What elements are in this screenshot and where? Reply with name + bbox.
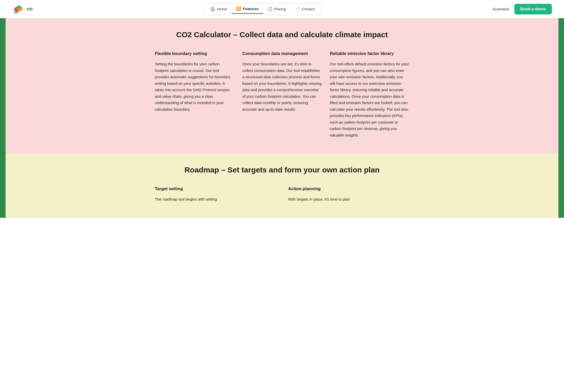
- features-icon: 🔀: [236, 6, 241, 11]
- nav-links: 🏠 Home 🔀 Features 📋 Pricing 📄 Contact: [203, 3, 322, 15]
- nav-home[interactable]: 🏠 Home: [206, 5, 232, 13]
- roadmap-columns: Target setting The roadmap tool begins w…: [143, 186, 421, 203]
- nav-features-label: Features: [243, 7, 259, 11]
- svg-text:CO: CO: [14, 11, 17, 14]
- calculator-title: CO2 Calculator – Collect data and calcul…: [0, 30, 564, 39]
- book-demo-button[interactable]: Book a demo: [514, 4, 552, 14]
- pricing-icon: 📋: [268, 7, 273, 11]
- consumption-body: Once your boundaries are set, it's time …: [242, 61, 322, 112]
- roadmap-title: Roadmap – Set targets and form your own …: [0, 166, 564, 174]
- consumption-heading: Consumption data management: [242, 51, 322, 56]
- target-heading: Target setting: [155, 186, 276, 191]
- action-heading: Action planning: [288, 186, 409, 191]
- boundary-body: Setting the boundaries for your carbon f…: [155, 61, 234, 112]
- emission-heading: Reliable emission factor library: [330, 51, 409, 56]
- nav-pricing[interactable]: 📋 Pricing: [263, 5, 291, 13]
- feature-col-emission: Reliable emission factor library Our too…: [330, 51, 409, 138]
- svg-text:2: 2: [18, 12, 19, 14]
- feature-col-action: Action planning With targets in place, i…: [288, 186, 409, 203]
- roadmap-section: Roadmap – Set targets and form your own …: [0, 153, 564, 218]
- nav-contact-label: Contact: [302, 7, 315, 11]
- nav-right: Suomeksi Book a demo: [493, 4, 552, 14]
- suomeksi-link[interactable]: Suomeksi: [493, 7, 509, 11]
- nav-features[interactable]: 🔀 Features: [232, 4, 263, 14]
- feature-col-boundary: Flexible boundary setting Setting the bo…: [155, 51, 234, 138]
- target-body: The roadmap tool begins with setting: [155, 196, 276, 203]
- nav-home-label: Home: [217, 7, 227, 11]
- calculator-columns: Flexible boundary setting Setting the bo…: [143, 51, 421, 138]
- feature-col-target: Target setting The roadmap tool begins w…: [155, 186, 276, 203]
- action-body: With targets in place, it's time to plan: [288, 196, 409, 203]
- logo-icon: CO 2: [12, 4, 25, 15]
- calculator-section: CO2 Calculator – Collect data and calcul…: [0, 18, 564, 153]
- logo-text: CO: [27, 7, 33, 11]
- emission-body: Our tool offers default emission factors…: [330, 61, 409, 138]
- navbar: CO 2 CO 🏠 Home 🔀 Features 📋 Pricing 📄 Co…: [0, 0, 564, 18]
- contact-icon: 📄: [295, 7, 300, 11]
- svg-point-2: [17, 5, 21, 9]
- logo[interactable]: CO 2 CO: [12, 4, 33, 15]
- feature-col-consumption: Consumption data management Once your bo…: [242, 51, 322, 138]
- boundary-heading: Flexible boundary setting: [155, 51, 234, 56]
- nav-pricing-label: Pricing: [274, 7, 286, 11]
- nav-contact[interactable]: 📄 Contact: [290, 5, 319, 13]
- home-icon: 🏠: [210, 7, 215, 11]
